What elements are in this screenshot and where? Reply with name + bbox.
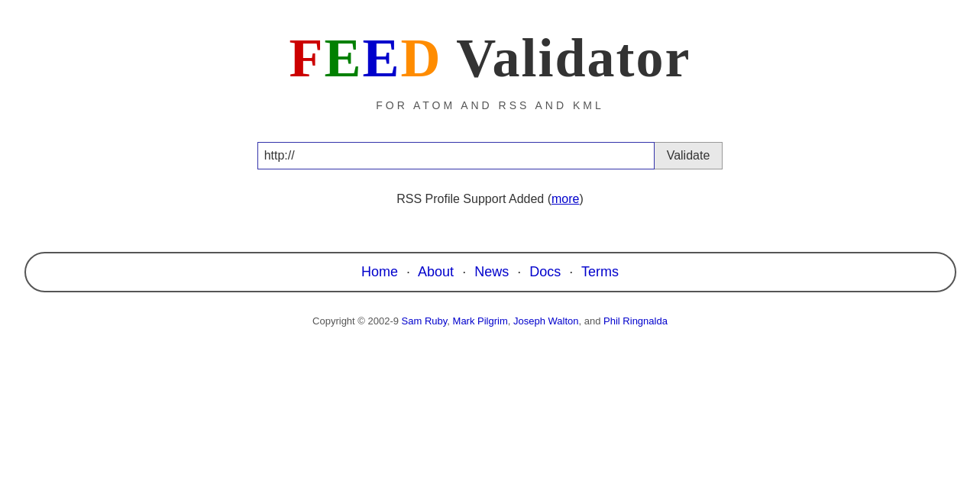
copyright-text: Copyright © 2002-9	[312, 315, 402, 327]
validate-button[interactable]: Validate	[655, 142, 723, 169]
news-announcement: RSS Profile Support Added (more)	[396, 192, 584, 206]
nav-home-link[interactable]: Home	[361, 264, 398, 279]
logo-letter-e1: E	[324, 27, 362, 89]
footer: Copyright © 2002-9 Sam Ruby, Mark Pilgri…	[312, 315, 668, 327]
nav-separator-2: ·	[462, 264, 466, 279]
nav-about-link[interactable]: About	[418, 264, 454, 279]
logo-letter-e2: E	[362, 27, 400, 89]
logo-letter-f: F	[289, 27, 324, 89]
nav-separator-3: ·	[517, 264, 521, 279]
author-phil-ringnalda[interactable]: Phil Ringnalda	[603, 315, 668, 327]
logo-validator-text: Validator	[441, 27, 691, 89]
author-sam-ruby[interactable]: Sam Ruby	[402, 315, 448, 327]
news-text-prefix: RSS Profile Support Added (	[396, 192, 551, 205]
nav-container: Home · About · News · Docs · Terms	[24, 252, 956, 292]
news-text-suffix: )	[579, 192, 583, 205]
url-input[interactable]	[257, 142, 655, 169]
subtitle: FOR ATOM AND RSS AND KML	[376, 99, 604, 111]
logo: FEED Validator	[289, 31, 691, 85]
nav-separator-4: ·	[569, 264, 573, 279]
nav-terms-link[interactable]: Terms	[581, 264, 619, 279]
author-mark-pilgrim[interactable]: Mark Pilgrim	[453, 315, 508, 327]
logo-letter-d: D	[400, 27, 441, 89]
news-more-link[interactable]: more	[551, 192, 579, 205]
nav-news-link[interactable]: News	[474, 264, 509, 279]
search-form: Validate	[257, 142, 723, 169]
author-joseph-walton[interactable]: Joseph Walton	[513, 315, 579, 327]
nav-separator-1: ·	[406, 264, 410, 279]
nav-links: Home · About · News · Docs · Terms	[26, 264, 955, 280]
nav-docs-link[interactable]: Docs	[529, 264, 561, 279]
